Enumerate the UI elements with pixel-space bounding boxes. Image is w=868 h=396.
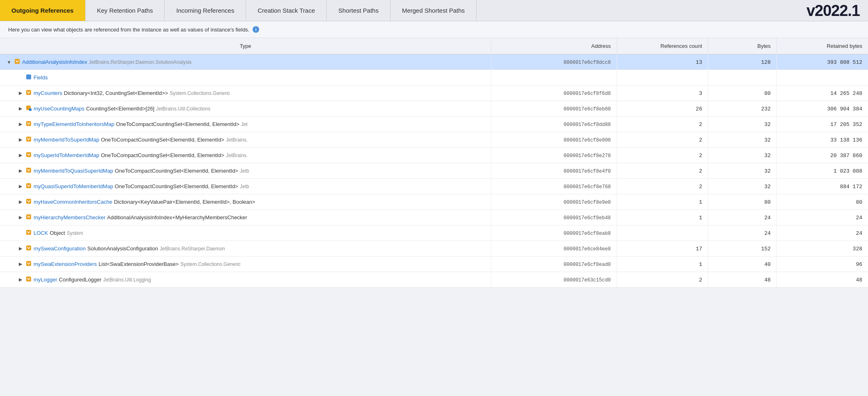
svg-rect-15 <box>26 277 31 281</box>
expand-button[interactable]: ▶ <box>17 199 24 205</box>
type-name: myMemberIdToQuasiSuperIdMap <box>34 168 113 174</box>
table-row[interactable]: ▶myLogger ConfiguredLogger JetBrains.Uti… <box>0 272 868 288</box>
table-body: ▼AdditionalAnalysisInfoIndex JetBrains.R… <box>0 54 868 288</box>
type-name: mySweaConfiguration <box>34 245 86 252</box>
type-icon <box>25 229 32 237</box>
svg-rect-13 <box>26 245 31 250</box>
type-icon <box>25 74 32 81</box>
type-namespace: JetBrains. <box>226 137 248 143</box>
table-row[interactable]: ▶mySuperIdToMemberIdMap OneToCompactCoun… <box>0 148 868 163</box>
table-row[interactable]: ▶mySweaConfiguration SolutionAnalysisCon… <box>0 241 868 256</box>
retained-bytes-value: 48 <box>856 277 862 283</box>
type-icon <box>25 136 32 144</box>
svg-rect-9 <box>26 183 31 188</box>
tab-shortest[interactable]: Shortest Paths <box>327 0 390 21</box>
bytes-value: 32 <box>764 122 771 128</box>
type-namespace: JetBrains.ReSharper.Daemon <box>160 246 225 252</box>
type-name: myMemberIdToSuperIdMap <box>34 137 99 143</box>
retained-bytes-value: 20 387 860 <box>830 153 862 159</box>
address-value: 0000017e6cf8eb60 <box>564 106 611 112</box>
tab-merged[interactable]: Merged Shortest Paths <box>391 0 477 21</box>
table-row[interactable]: ▶myMemberIdToQuasiSuperIdMap OneToCompac… <box>0 163 868 179</box>
type-icon <box>25 105 32 112</box>
table-row[interactable]: Fields <box>0 70 868 86</box>
retained-bytes-value: 14 265 248 <box>830 90 862 97</box>
type-name: myUseCountingMaps <box>34 106 84 112</box>
type-name: myCounters <box>34 90 62 96</box>
table-row[interactable]: ▶myMemberIdToSuperIdMap OneToCompactCoun… <box>0 132 868 148</box>
bytes-value: 24 <box>764 215 771 221</box>
tab-creation[interactable]: Creation Stack Trace <box>246 0 327 21</box>
type-icon <box>25 198 32 206</box>
info-icon[interactable]: i <box>253 26 259 33</box>
type-namespace: System.Collections.Generic <box>180 261 240 267</box>
table-row[interactable]: ▶myHierarchyMembersChecker AdditionalAna… <box>0 210 868 225</box>
table-row[interactable]: ▶myUseCountingMaps CountingSet<ElementId… <box>0 101 868 117</box>
tab-incoming[interactable]: Incoming References <box>165 0 246 21</box>
bytes-value: 32 <box>764 168 771 174</box>
type-name: myHierarchyMembersChecker <box>34 214 106 220</box>
tab-retention[interactable]: Key Retention Paths <box>86 0 165 21</box>
tab-outgoing[interactable]: Outgoing References <box>0 0 86 21</box>
expand-button[interactable]: ▶ <box>17 214 24 221</box>
retained-bytes-value: 24 <box>856 230 862 236</box>
table-row[interactable]: ▶myTypeElementIdToInheritorsMap OneToCom… <box>0 117 868 132</box>
expand-button[interactable]: ▶ <box>17 261 24 268</box>
data-table: Type Address References count Bytes Reta… <box>0 38 868 288</box>
type-namespace: Jet <box>241 122 248 127</box>
refcount-value: 2 <box>699 137 702 143</box>
expand-button[interactable]: ▶ <box>17 183 24 190</box>
table-row[interactable]: ▶myCounters Dictionary<Int32, CountingSe… <box>0 86 868 101</box>
col-header-type: Type <box>0 38 491 54</box>
table-row[interactable]: ▶mySwaExtensionProviders List<SwaExtensi… <box>0 256 868 272</box>
type-namespace: System.Collections.Generic <box>170 90 230 96</box>
col-header-retbytes: Retained bytes <box>777 38 868 54</box>
version-label: v2022.1 <box>807 3 860 18</box>
expand-button[interactable]: ▶ <box>17 137 24 143</box>
bytes-value: 80 <box>764 90 771 97</box>
retained-bytes-value: 884 172 <box>840 184 862 190</box>
retained-bytes-value: 96 <box>856 261 862 268</box>
tabs-bar: Outgoing References Key Retention Paths … <box>0 0 868 21</box>
svg-rect-8 <box>26 168 31 173</box>
table-row[interactable]: ▼AdditionalAnalysisInfoIndex JetBrains.R… <box>0 54 868 70</box>
type-icon <box>25 89 32 97</box>
expand-button[interactable]: ▶ <box>17 245 24 252</box>
refcount-value: 2 <box>699 277 702 283</box>
svg-rect-5 <box>26 121 31 126</box>
address-value: 0000017e6cf8eab8 <box>564 231 611 236</box>
type-namespace: JetBrains.Util.Logging <box>103 277 151 283</box>
expand-button[interactable]: ▶ <box>17 152 24 159</box>
refcount-value: 1 <box>699 261 702 268</box>
refcount-value: 26 <box>696 106 702 112</box>
bytes-value: 232 <box>761 106 771 112</box>
description-text: Here you can view what objects are refer… <box>8 27 249 33</box>
table-row[interactable]: ▶myHaveCommonInheritorsCache Dictionary<… <box>0 194 868 210</box>
type-name: myTypeElementIdToInheritorsMap <box>34 121 114 127</box>
expand-button[interactable]: ▶ <box>17 106 24 112</box>
type-main: OneToCompactCountingSet<ElementId, Eleme… <box>101 152 224 158</box>
address-value: 0000017e6cf8dcc8 <box>564 60 611 65</box>
type-namespace: JetBrains.ReSharper.Daemon.SolutionAnaly… <box>89 59 192 65</box>
refcount-value: 2 <box>699 153 702 159</box>
type-main: OneToCompactCountingSet<ElementId, Eleme… <box>116 121 239 127</box>
type-namespace: JetBrains. <box>226 153 248 158</box>
type-main: Dictionary<Int32, CountingSet<ElementId>… <box>64 90 168 96</box>
expand-button[interactable]: ▼ <box>6 59 12 65</box>
table-row[interactable]: LOCK Object System0000017e6cf8eab82424 <box>0 225 868 241</box>
bytes-value: 128 <box>761 59 771 65</box>
table-row[interactable]: ▶myQuasiSuperIdToMemberIdMap OneToCompac… <box>0 179 868 194</box>
expand-button[interactable]: ▶ <box>17 121 24 128</box>
expand-button[interactable]: ▶ <box>17 277 24 283</box>
type-name: Fields <box>34 74 48 81</box>
type-icon <box>25 182 32 190</box>
expand-button[interactable]: ▶ <box>17 90 24 97</box>
type-main: ConfiguredLogger <box>59 277 102 283</box>
expand-button[interactable]: ▶ <box>17 168 24 174</box>
type-icon <box>25 245 32 252</box>
type-name: myHaveCommonInheritorsCache <box>34 199 112 205</box>
svg-rect-12 <box>26 230 31 235</box>
type-main: SolutionAnalysisConfiguration <box>87 245 158 252</box>
retained-bytes-value: 306 904 384 <box>827 106 862 112</box>
retained-bytes-value: 17 205 352 <box>830 122 862 128</box>
